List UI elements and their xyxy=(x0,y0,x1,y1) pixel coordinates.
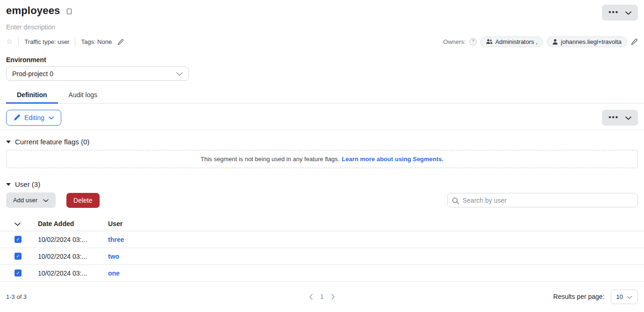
search-wrap xyxy=(447,193,638,207)
col-header-date-added[interactable]: Date Added xyxy=(38,220,108,227)
definition-actions-button[interactable]: ••• xyxy=(602,110,638,126)
chevron-down-icon xyxy=(176,70,183,78)
owners-group: Owners: ? Administrators , johannes.lieg… xyxy=(443,36,638,47)
user-section-title: User (3) xyxy=(15,180,40,188)
pagination: 1 xyxy=(90,293,554,300)
delete-button[interactable]: Delete xyxy=(66,193,99,208)
table-row: ✓ 10/02/2024 03:... one xyxy=(0,265,644,282)
divider xyxy=(75,37,75,46)
learn-more-link[interactable]: Learn more about using Segments. xyxy=(342,156,443,163)
tags-label: Tags: None xyxy=(81,38,112,45)
favorite-star-icon[interactable]: ☆ xyxy=(6,38,13,45)
search-icon xyxy=(452,196,459,205)
edit-tags-icon[interactable] xyxy=(117,38,124,45)
user-link[interactable]: two xyxy=(108,253,644,260)
page-number[interactable]: 1 xyxy=(320,293,324,300)
row-checkbox[interactable]: ✓ xyxy=(14,269,22,277)
row-checkbox[interactable]: ✓ xyxy=(14,253,22,260)
editing-button[interactable]: Editing xyxy=(6,110,61,126)
owner-chip-administrators[interactable]: Administrators , xyxy=(480,36,543,47)
empty-state-text: This segment is not being used in any fe… xyxy=(201,156,340,163)
user-controls: Add user Delete xyxy=(6,192,638,208)
select-all-chevron-icon[interactable] xyxy=(14,220,38,227)
feature-flags-section-title: Current feature flags (0) xyxy=(15,138,89,146)
owners-label: Owners: xyxy=(443,38,466,45)
owner-chip-label: Administrators , xyxy=(495,38,537,45)
feature-flags-section-header[interactable]: Current feature flags (0) xyxy=(6,138,638,146)
chevron-down-icon[interactable] xyxy=(625,8,631,17)
divider xyxy=(18,37,19,46)
checkmark-icon: ✓ xyxy=(16,237,20,242)
table-row: ✓ 10/02/2024 03:... two xyxy=(0,248,644,265)
col-header-user[interactable]: User xyxy=(108,220,644,227)
feature-flags-empty-state: This segment is not being used in any fe… xyxy=(6,150,638,168)
results-per-page: Results per page: 10 xyxy=(553,290,638,304)
results-per-page-label: Results per page: xyxy=(553,293,605,300)
row-date: 10/02/2024 03:... xyxy=(38,253,108,260)
row-date: 10/02/2024 03:... xyxy=(38,269,108,277)
search-input[interactable] xyxy=(447,193,638,207)
meta-left: ☆ Traffic type: user Tags: None xyxy=(6,37,124,46)
definition-toolbar: Editing ••• xyxy=(6,110,638,126)
description-placeholder[interactable]: Enter description xyxy=(6,23,638,31)
traffic-type-label: Traffic type: user xyxy=(24,38,69,45)
tab-audit-logs[interactable]: Audit logs xyxy=(58,91,108,103)
row-date: 10/02/2024 03:... xyxy=(38,236,108,243)
environment-label: Environment xyxy=(6,56,638,64)
user-link[interactable]: one xyxy=(108,269,644,277)
more-options-icon[interactable]: ••• xyxy=(608,8,619,15)
more-options-icon[interactable]: ••• xyxy=(608,113,619,121)
row-checkbox[interactable]: ✓ xyxy=(14,236,22,243)
help-icon[interactable]: ? xyxy=(470,38,477,45)
edit-owners-icon[interactable] xyxy=(631,37,638,46)
page-title: employees xyxy=(6,5,60,17)
users-table: Date Added User ✓ 10/02/2024 03:... thre… xyxy=(0,216,644,282)
checkmark-icon: ✓ xyxy=(16,254,20,259)
page-header: employees ••• xyxy=(0,0,644,21)
tab-definition[interactable]: Definition xyxy=(6,91,58,103)
owner-chip-label: johannes.liegl+travolta xyxy=(561,38,622,45)
table-row: ✓ 10/02/2024 03:... three xyxy=(0,231,644,248)
group-icon xyxy=(486,39,492,44)
environment-select[interactable]: Prod-project 0 xyxy=(6,66,189,81)
chevron-down-icon[interactable] xyxy=(625,113,631,122)
users-table-header: Date Added User xyxy=(0,216,644,231)
collapse-triangle-icon xyxy=(6,183,11,186)
tab-bar: Definition Audit logs xyxy=(0,91,644,104)
checkmark-icon: ✓ xyxy=(16,271,20,276)
collapse-triangle-icon xyxy=(6,141,11,143)
results-range: 1-3 of 3 xyxy=(6,293,90,300)
chevron-down-icon xyxy=(49,116,54,120)
footer: 1-3 of 3 1 Results per page: 10 xyxy=(0,293,644,300)
user-section-header[interactable]: User (3) xyxy=(6,180,638,188)
results-per-page-select[interactable]: 10 xyxy=(611,290,638,304)
segment-actions-button[interactable]: ••• xyxy=(602,5,638,21)
copy-icon[interactable] xyxy=(65,7,72,16)
owner-chip-user[interactable]: johannes.liegl+travolta xyxy=(547,36,627,47)
prev-page-icon[interactable] xyxy=(309,294,313,300)
meta-row: ☆ Traffic type: user Tags: None Owners: … xyxy=(6,36,638,47)
user-link[interactable]: three xyxy=(108,236,644,243)
person-icon xyxy=(552,39,558,45)
editing-label: Editing xyxy=(24,114,44,121)
divider xyxy=(0,130,644,130)
chevron-down-icon xyxy=(43,197,49,204)
add-user-button[interactable]: Add user xyxy=(6,192,56,208)
pencil-icon xyxy=(14,114,20,121)
next-page-icon[interactable] xyxy=(331,294,335,300)
results-per-page-value: 10 xyxy=(616,293,623,300)
chevron-down-icon xyxy=(627,293,632,300)
environment-value: Prod-project 0 xyxy=(12,70,53,78)
add-user-label: Add user xyxy=(13,197,37,204)
